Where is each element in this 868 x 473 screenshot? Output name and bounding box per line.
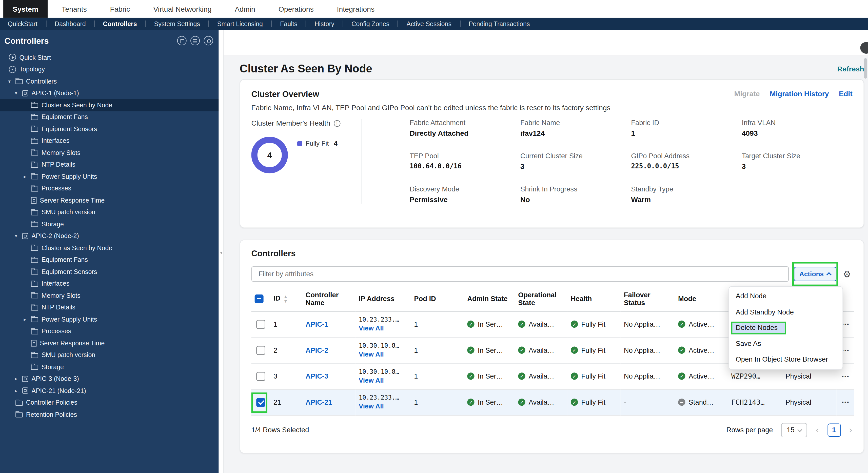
filter-list-icon[interactable] <box>190 36 200 45</box>
header-pod-id[interactable]: Pod ID <box>411 287 464 311</box>
header-controller-name[interactable]: Controller Name <box>302 287 355 311</box>
row-checkbox-checked[interactable] <box>256 398 265 407</box>
subnav-pending-transactions[interactable]: Pending Transactions <box>460 21 538 27</box>
migrate-link[interactable]: Migrate <box>734 90 760 98</box>
top-tab-fabric[interactable]: Fabric <box>100 0 139 18</box>
filter-input[interactable] <box>251 266 789 282</box>
sidebar-collapse-strip[interactable] <box>219 30 224 473</box>
sidebar-item-smu-patch-version-2[interactable]: SMU patch version <box>0 349 219 361</box>
row-checkbox[interactable] <box>256 320 265 329</box>
subnav-controllers[interactable]: Controllers <box>94 21 145 27</box>
rows-per-page-select[interactable]: 15 <box>781 422 807 437</box>
sidebar-item-cluster-as-seen-by-node-1[interactable]: Cluster as Seen by Node <box>0 99 219 111</box>
header-failover-status[interactable]: Failover Status <box>621 287 675 311</box>
subnav-quickstart[interactable]: QuickStart <box>8 21 46 27</box>
refresh-tree-icon[interactable] <box>204 36 213 45</box>
table-row-selected[interactable]: 21 APIC-21 10.23.233.…View All 1 In Ser…… <box>251 389 854 415</box>
top-tab-virtual-networking[interactable]: Virtual Networking <box>144 0 221 18</box>
sidebar-item-memory-slots-1[interactable]: Memory Slots <box>0 147 219 159</box>
menu-item-save-as[interactable]: Save As <box>729 336 842 351</box>
actions-button[interactable]: Actions <box>794 267 836 281</box>
help-icon[interactable] <box>860 42 868 54</box>
sidebar-item-interfaces-1[interactable]: Interfaces <box>0 135 219 147</box>
chevron-right-icon[interactable] <box>22 317 28 322</box>
next-page-icon[interactable] <box>849 424 852 435</box>
menu-item-add-node[interactable]: Add Node <box>729 288 842 304</box>
select-all-checkbox[interactable] <box>255 294 264 303</box>
sidebar-item-apic-1[interactable]: APIC-1 (Node-1) <box>0 87 219 99</box>
edit-link[interactable]: Edit <box>839 90 852 98</box>
menu-item-delete-nodes[interactable]: Delete Nodes <box>729 320 842 336</box>
menu-item-add-standby-node[interactable]: Add Standby Node <box>729 304 842 320</box>
sidebar-item-equipment-sensors-1[interactable]: Equipment Sensors <box>0 123 219 135</box>
chevron-down-icon[interactable] <box>7 78 12 84</box>
sidebar-item-processes-2[interactable]: Processes <box>0 325 219 337</box>
refresh-link[interactable]: Refresh <box>837 65 864 73</box>
subnav-dashboard[interactable]: Dashboard <box>46 21 94 27</box>
top-tab-admin[interactable]: Admin <box>225 0 265 18</box>
sidebar-item-ntp-details-1[interactable]: NTP Details <box>0 159 219 170</box>
sidebar-item-processes-1[interactable]: Processes <box>0 182 219 194</box>
subnav-faults[interactable]: Faults <box>271 21 306 27</box>
current-page-button[interactable]: 1 <box>827 423 840 436</box>
chevron-right-icon[interactable] <box>13 376 19 382</box>
sidebar-item-smu-patch-version-1[interactable]: SMU patch version <box>0 206 219 218</box>
sidebar-item-equipment-sensors-2[interactable]: Equipment Sensors <box>0 265 219 278</box>
sidebar-item-controllers[interactable]: Controllers <box>0 75 219 87</box>
dock-icon[interactable] <box>177 36 187 45</box>
sidebar-item-apic-21[interactable]: APIC-21 (Node-21) <box>0 385 219 397</box>
sidebar-item-memory-slots-2[interactable]: Memory Slots <box>0 289 219 301</box>
top-tab-tenants[interactable]: Tenants <box>52 0 96 18</box>
sort-icons[interactable] <box>284 295 287 303</box>
subnav-system-settings[interactable]: System Settings <box>145 21 208 27</box>
row-actions-icon[interactable] <box>841 372 849 381</box>
sidebar-item-server-response-time-2[interactable]: Server Response Time <box>0 337 219 349</box>
collapse-arrow-icon[interactable] <box>220 246 222 256</box>
migration-history-link[interactable]: Migration History <box>770 90 829 98</box>
prev-page-icon[interactable] <box>815 424 819 435</box>
sidebar-item-storage-1[interactable]: Storage <box>0 218 219 230</box>
header-id[interactable]: ID <box>270 287 302 311</box>
controller-name-link[interactable]: APIC-21 <box>306 398 332 406</box>
sidebar-item-ntp-details-2[interactable]: NTP Details <box>0 301 219 313</box>
chevron-down-icon[interactable] <box>13 90 19 96</box>
top-tab-operations[interactable]: Operations <box>269 0 323 18</box>
subnav-active-sessions[interactable]: Active Sessions <box>398 21 460 27</box>
header-health[interactable]: Health <box>567 287 621 311</box>
sidebar-item-topology[interactable]: Topology <box>0 63 219 75</box>
info-icon[interactable] <box>334 120 340 126</box>
subnav-smart-licensing[interactable]: Smart Licensing <box>208 21 271 27</box>
sidebar-item-controller-policies[interactable]: Controller Policies <box>0 397 219 408</box>
subnav-config-zones[interactable]: Config Zones <box>343 21 398 27</box>
subnav-history[interactable]: History <box>306 21 343 27</box>
controller-name-link[interactable]: APIC-2 <box>306 346 329 354</box>
sidebar-item-apic-3[interactable]: APIC-3 (Node-3) <box>0 373 219 385</box>
header-admin-state[interactable]: Admin State <box>464 287 515 311</box>
row-actions-icon[interactable] <box>841 398 849 407</box>
view-all-link[interactable]: View All <box>359 350 407 358</box>
sidebar-item-power-supply-units-1[interactable]: Power Supply Units <box>0 170 219 182</box>
sidebar-item-storage-2[interactable]: Storage <box>0 361 219 373</box>
sidebar-item-power-supply-units-2[interactable]: Power Supply Units <box>0 313 219 325</box>
chevron-right-icon[interactable] <box>13 388 19 393</box>
sidebar-item-equipment-fans-1[interactable]: Equipment Fans <box>0 111 219 123</box>
vertical-scrollbar[interactable] <box>864 58 867 79</box>
sidebar-item-interfaces-2[interactable]: Interfaces <box>0 278 219 289</box>
sidebar-item-equipment-fans-2[interactable]: Equipment Fans <box>0 254 219 265</box>
view-all-link[interactable]: View All <box>359 377 407 384</box>
chevron-right-icon[interactable] <box>22 174 28 179</box>
view-all-link[interactable]: View All <box>359 402 407 410</box>
header-mode[interactable]: Mode <box>675 287 728 311</box>
controller-name-link[interactable]: APIC-3 <box>306 372 329 380</box>
controller-name-link[interactable]: APIC-1 <box>306 320 329 328</box>
top-tab-integrations[interactable]: Integrations <box>328 0 384 18</box>
menu-item-open-in-object-store-browser[interactable]: Open In Object Store Browser <box>729 351 842 367</box>
sidebar-item-quick-start[interactable]: Quick Start <box>0 52 219 63</box>
sidebar-item-cluster-as-seen-by-node-2[interactable]: Cluster as Seen by Node <box>0 242 219 254</box>
header-operational-state[interactable]: Operational State <box>515 287 567 311</box>
gear-icon[interactable] <box>841 269 852 279</box>
chevron-down-icon[interactable] <box>13 233 19 239</box>
header-ip-address[interactable]: IP Address <box>355 287 411 311</box>
sidebar-item-server-response-time-1[interactable]: Server Response Time <box>0 194 219 206</box>
sidebar-item-retention-policies[interactable]: Retention Policies <box>0 408 219 420</box>
